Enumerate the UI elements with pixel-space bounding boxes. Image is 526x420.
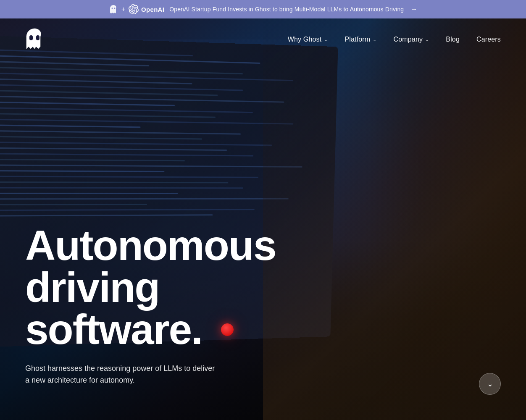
nav-item-platform[interactable]: Platform ⌄ [345,36,376,43]
nav-link-blog[interactable]: Blog [446,36,460,43]
announcement-logos: + OpenAI [109,4,164,14]
nav-logo[interactable] [25,28,44,51]
navbar: Why Ghost ⌄ Platform ⌄ Company ⌄ Blog [0,18,526,60]
scroll-chevron-icon: ⌄ [487,380,493,388]
hero-title: Autonomous driving software. [25,224,319,350]
nav-label-careers: Careers [476,36,501,43]
openai-icon [129,4,139,14]
nav-link-why-ghost[interactable]: Why Ghost ⌄ [288,36,328,43]
nav-label-platform: Platform [345,36,370,43]
announcement-bar[interactable]: + OpenAI OpenAI Startup Fund Invests in … [0,0,526,18]
announcement-arrow-icon: → [410,5,417,13]
hero-title-line2: driving software. [25,264,202,353]
announcement-text: OpenAI Startup Fund Invests in Ghost to … [169,6,404,13]
ghost-logo-small-icon [109,5,118,14]
nav-label-why-ghost: Why Ghost [288,36,322,43]
ghost-main-logo-icon [25,28,44,50]
nav-item-careers[interactable]: Careers [476,36,501,43]
nav-label-company: Company [394,36,423,43]
hero-title-line1: Autonomous [25,222,276,269]
hero-content: Autonomous driving software. Ghost harne… [25,224,501,386]
openai-logo: OpenAI [129,4,164,14]
why-ghost-chevron-icon: ⌄ [324,37,328,42]
platform-chevron-icon: ⌄ [373,37,376,42]
svg-point-0 [111,8,113,9]
nav-label-blog: Blog [446,36,460,43]
nav-item-blog[interactable]: Blog [446,36,460,43]
svg-rect-3 [36,35,39,40]
svg-rect-2 [29,35,33,40]
plus-separator: + [121,5,125,13]
nav-link-careers[interactable]: Careers [476,36,501,43]
hero-subtitle: Ghost harnesses the reasoning power of L… [25,363,218,386]
nav-link-company[interactable]: Company ⌄ [394,36,429,43]
scroll-down-button[interactable]: ⌄ [479,373,501,395]
openai-text: OpenAI [141,6,164,13]
nav-item-why-ghost[interactable]: Why Ghost ⌄ [288,36,328,43]
nav-link-platform[interactable]: Platform ⌄ [345,36,376,43]
nav-links: Why Ghost ⌄ Platform ⌄ Company ⌄ Blog [288,36,501,43]
svg-point-1 [114,8,115,9]
nav-item-company[interactable]: Company ⌄ [394,36,429,43]
company-chevron-icon: ⌄ [425,37,429,42]
hero-section: Why Ghost ⌄ Platform ⌄ Company ⌄ Blog [0,18,526,420]
